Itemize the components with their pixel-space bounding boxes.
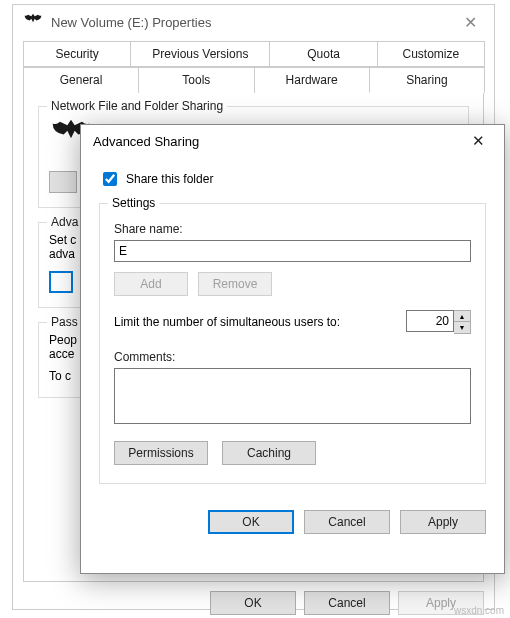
- advanced-sharing-title: Adva: [47, 215, 82, 229]
- comments-input[interactable]: [114, 368, 471, 424]
- share-folder-row: Share this folder: [99, 169, 486, 189]
- adv-body: Share this folder Settings Share name: A…: [81, 157, 504, 496]
- settings-group-title: Settings: [108, 196, 159, 210]
- limit-users-spinner: ▲ ▼: [406, 310, 471, 334]
- tab-security[interactable]: Security: [23, 41, 131, 67]
- volume-icon: [23, 12, 43, 32]
- properties-cancel-button[interactable]: Cancel: [304, 591, 390, 615]
- properties-close-button[interactable]: ✕: [450, 13, 490, 32]
- adv-cancel-button[interactable]: Cancel: [304, 510, 390, 534]
- properties-titlebar: New Volume (E:) Properties ✕: [13, 5, 494, 39]
- properties-ok-button[interactable]: OK: [210, 591, 296, 615]
- adv-titlebar: Advanced Sharing ✕: [81, 125, 504, 157]
- network-sharing-title: Network File and Folder Sharing: [47, 99, 227, 113]
- share-name-label: Share name:: [114, 222, 471, 236]
- password-protection-title: Pass: [47, 315, 82, 329]
- spinner-up-button[interactable]: ▲: [454, 311, 470, 322]
- permissions-button[interactable]: Permissions: [114, 441, 208, 465]
- share-name-input[interactable]: [114, 240, 471, 262]
- watermark: wsxdn.com: [454, 605, 504, 616]
- tab-sharing[interactable]: Sharing: [369, 67, 485, 93]
- caching-button[interactable]: Caching: [222, 441, 316, 465]
- limit-users-label: Limit the number of simultaneous users t…: [114, 315, 392, 329]
- adv-button-row: OK Cancel Apply: [81, 496, 504, 548]
- share-folder-label: Share this folder: [126, 172, 213, 186]
- adv-close-button[interactable]: ✕: [458, 132, 498, 150]
- adv-apply-button[interactable]: Apply: [400, 510, 486, 534]
- remove-button[interactable]: Remove: [198, 272, 272, 296]
- tab-general[interactable]: General: [23, 67, 139, 93]
- advanced-sharing-dialog: Advanced Sharing ✕ Share this folder Set…: [80, 124, 505, 574]
- tab-previous-versions[interactable]: Previous Versions: [130, 41, 270, 67]
- adv-dialog-title: Advanced Sharing: [93, 134, 458, 149]
- tab-quota[interactable]: Quota: [269, 41, 377, 67]
- spinner-down-button[interactable]: ▼: [454, 322, 470, 333]
- tab-customize[interactable]: Customize: [377, 41, 485, 67]
- tab-hardware[interactable]: Hardware: [254, 67, 370, 93]
- comments-label: Comments:: [114, 350, 471, 364]
- share-button-partial[interactable]: [49, 171, 77, 193]
- properties-title: New Volume (E:) Properties: [51, 15, 450, 30]
- settings-group: Settings Share name: Add Remove Limit th…: [99, 203, 486, 484]
- share-folder-checkbox[interactable]: [103, 172, 117, 186]
- advanced-sharing-button-partial[interactable]: [49, 271, 73, 293]
- tabs-container: Security Previous Versions Quota Customi…: [23, 41, 484, 93]
- add-button[interactable]: Add: [114, 272, 188, 296]
- tab-tools[interactable]: Tools: [138, 67, 254, 93]
- adv-ok-button[interactable]: OK: [208, 510, 294, 534]
- properties-button-row: OK Cancel Apply: [13, 583, 494, 615]
- limit-users-input[interactable]: [406, 310, 454, 332]
